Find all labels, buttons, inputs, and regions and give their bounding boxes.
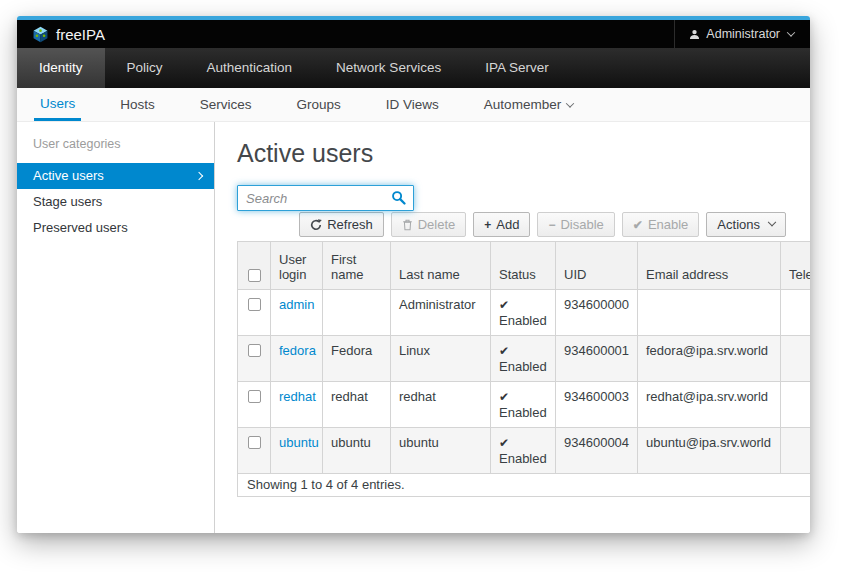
- actions-button[interactable]: Actions: [706, 212, 786, 237]
- row-checkbox[interactable]: [248, 436, 261, 449]
- secondary-nav: Users Hosts Services Groups ID Views Aut…: [17, 88, 810, 122]
- refresh-icon: [310, 219, 322, 231]
- user-login-link[interactable]: ubuntu: [279, 435, 319, 450]
- table-row: admin Administrator ✔ Enabled 934600000: [238, 290, 811, 336]
- search-box: [237, 185, 414, 211]
- tab-identity[interactable]: Identity: [17, 48, 105, 88]
- select-all-checkbox[interactable]: [248, 269, 261, 282]
- page-title: Active users: [237, 138, 810, 168]
- status-cell: ✔ Enabled: [491, 336, 556, 382]
- enable-button[interactable]: ✔ Enable: [622, 212, 700, 237]
- subtab-automember[interactable]: Automember: [478, 88, 579, 121]
- status-cell: ✔ Enabled: [491, 382, 556, 428]
- chevron-down-icon: [566, 99, 574, 107]
- search-icon[interactable]: [391, 190, 406, 209]
- status-cell: ✔ Enabled: [491, 290, 556, 336]
- user-menu-label: Administrator: [706, 27, 780, 41]
- status-cell: ✔ Enabled: [491, 428, 556, 474]
- check-icon: ✔: [499, 343, 547, 359]
- user-icon: [689, 29, 700, 40]
- row-checkbox[interactable]: [248, 390, 261, 403]
- primary-nav: Identity Policy Authentication Network S…: [17, 48, 810, 88]
- disable-button[interactable]: − Disable: [537, 212, 614, 237]
- table-row: ubuntu ubuntu ubuntu ✔ Enabled 934600004…: [238, 428, 811, 474]
- plus-icon: +: [484, 218, 491, 232]
- subtab-users[interactable]: Users: [34, 88, 81, 121]
- chevron-down-icon: [787, 28, 795, 36]
- column-header-last-name: Last name: [391, 242, 491, 290]
- column-header-uid: UID: [556, 242, 638, 290]
- check-icon: ✔: [633, 218, 643, 232]
- table-row: redhat redhat redhat ✔ Enabled 934600003…: [238, 382, 811, 428]
- tab-ipa-server[interactable]: IPA Server: [463, 48, 571, 88]
- main-pane: Active users: [215, 122, 810, 533]
- users-table: User login First name Last name Status U…: [237, 241, 810, 474]
- column-header-user-login: User login: [271, 242, 323, 290]
- row-checkbox[interactable]: [248, 298, 261, 311]
- search-input[interactable]: [237, 185, 414, 211]
- refresh-button[interactable]: Refresh: [299, 212, 384, 237]
- row-checkbox[interactable]: [248, 344, 261, 357]
- chevron-down-icon: [768, 217, 776, 225]
- column-header-phone: Telephone Number: [781, 242, 811, 290]
- user-menu[interactable]: Administrator: [674, 20, 810, 48]
- sidebar-item-stage-users[interactable]: Stage users: [17, 189, 214, 215]
- subtab-hosts[interactable]: Hosts: [114, 88, 161, 121]
- user-login-link[interactable]: admin: [279, 297, 314, 312]
- chevron-right-icon: [195, 172, 203, 180]
- delete-button[interactable]: Delete: [391, 212, 467, 237]
- subtab-id-views[interactable]: ID Views: [380, 88, 445, 121]
- column-header-status: Status: [491, 242, 556, 290]
- add-button[interactable]: + Add: [473, 212, 530, 237]
- sidebar: User categories Active users Stage users…: [17, 122, 215, 533]
- column-header-email: Email address: [638, 242, 781, 290]
- sidebar-heading: User categories: [17, 122, 214, 163]
- tab-authentication[interactable]: Authentication: [185, 48, 315, 88]
- brand-name: freeIPA: [56, 26, 105, 43]
- browser-window: freeIPA Administrator Identity Policy Au…: [17, 16, 810, 533]
- table-summary: Showing 1 to 4 of 4 entries.: [237, 474, 810, 497]
- subtab-groups[interactable]: Groups: [291, 88, 347, 121]
- sidebar-item-active-users[interactable]: Active users: [17, 163, 214, 189]
- tab-network-services[interactable]: Network Services: [314, 48, 463, 88]
- user-login-link[interactable]: fedora: [279, 343, 316, 358]
- user-login-link[interactable]: redhat: [279, 389, 316, 404]
- tab-policy[interactable]: Policy: [105, 48, 185, 88]
- users-table-container: User login First name Last name Status U…: [237, 241, 810, 497]
- brand: freeIPA: [17, 26, 105, 43]
- check-icon: ✔: [499, 389, 547, 405]
- freeipa-cube-logo-icon: [32, 26, 49, 43]
- content-area: User categories Active users Stage users…: [17, 122, 810, 533]
- table-row: fedora Fedora Linux ✔ Enabled 934600001 …: [238, 336, 811, 382]
- check-icon: ✔: [499, 435, 547, 451]
- masthead: freeIPA Administrator: [17, 20, 810, 48]
- check-icon: ✔: [499, 297, 547, 313]
- sidebar-item-preserved-users[interactable]: Preserved users: [17, 215, 214, 241]
- toolbar: Refresh Delete + Add −: [237, 212, 786, 237]
- subtab-services[interactable]: Services: [194, 88, 258, 121]
- trash-icon: [402, 219, 413, 231]
- table-header-row: User login First name Last name Status U…: [238, 242, 811, 290]
- minus-icon: −: [548, 218, 555, 232]
- column-header-first-name: First name: [323, 242, 391, 290]
